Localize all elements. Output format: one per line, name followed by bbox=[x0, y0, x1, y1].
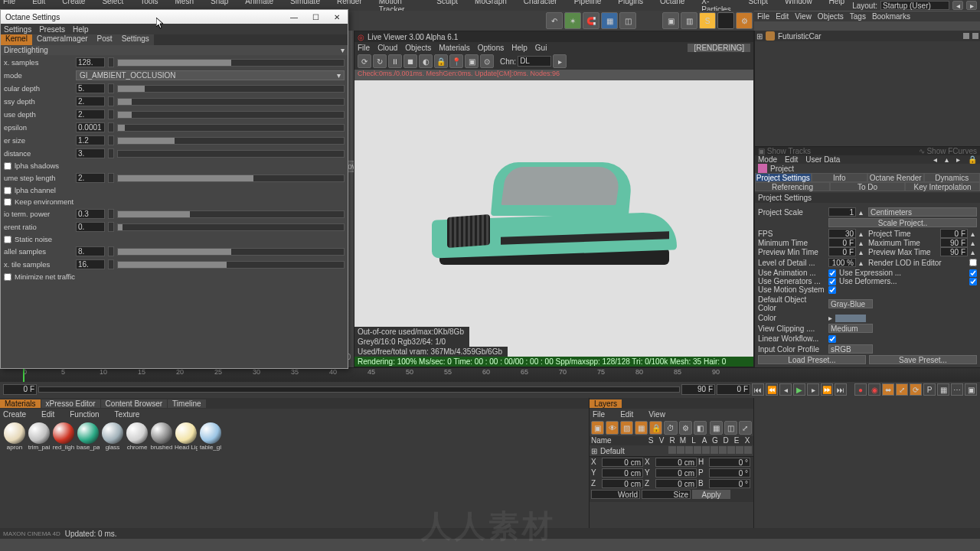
materials-menu-item[interactable]: Texture bbox=[115, 410, 140, 419]
layers-menu-item[interactable]: File bbox=[593, 410, 605, 419]
param-slider[interactable] bbox=[117, 150, 345, 158]
key-scale-icon[interactable]: ⤢ bbox=[896, 383, 908, 396]
color-expand-icon[interactable]: ▸ bbox=[828, 314, 832, 322]
lv-menu-item[interactable]: Gui bbox=[535, 44, 547, 52]
dock-tab[interactable]: Timeline bbox=[168, 399, 205, 408]
checkbox[interactable] bbox=[4, 273, 11, 281]
objmgr-menu-item[interactable]: File bbox=[757, 12, 769, 21]
timeline-start-field[interactable]: 0 F bbox=[3, 384, 37, 395]
param-field[interactable]: 0. bbox=[76, 222, 105, 232]
layer-grid2-icon[interactable]: ◫ bbox=[724, 421, 737, 435]
materials-menu-item[interactable]: Function bbox=[70, 410, 99, 419]
layer-render-icon[interactable]: ▨ bbox=[620, 421, 633, 435]
layer-flag-toggle[interactable] bbox=[702, 446, 710, 454]
lv-lock-icon[interactable]: 🔒 bbox=[434, 54, 448, 68]
attr-tab[interactable]: Dynamics bbox=[924, 173, 981, 182]
attr-menu-item[interactable]: Mode bbox=[758, 155, 777, 164]
timeline-cur-field[interactable]: 0 F bbox=[717, 384, 750, 395]
octane-menu-item[interactable]: Presets bbox=[39, 25, 65, 34]
param-field[interactable]: 1.2 bbox=[76, 135, 105, 145]
param-field[interactable]: 8. bbox=[76, 246, 105, 256]
scale-project-button[interactable]: Scale Project.. bbox=[828, 218, 977, 227]
kernel-tab[interactable]: Settings bbox=[117, 34, 154, 45]
layer-flag-toggle[interactable] bbox=[677, 446, 684, 454]
workplane-icon[interactable]: ◫ bbox=[619, 12, 636, 29]
param-slider[interactable] bbox=[117, 59, 345, 67]
attr-field[interactable]: 0 F bbox=[828, 238, 856, 247]
attr-tab[interactable]: Project Settings bbox=[755, 173, 812, 182]
obj-color-dropdown[interactable]: Gray-Blue bbox=[828, 299, 873, 308]
param-field[interactable]: 0.3 bbox=[76, 209, 105, 219]
render-output[interactable]: Out-of-core used/max:0Kb/8Gb Grey8/16:0 … bbox=[354, 80, 753, 367]
dock-tab[interactable]: Materials bbox=[0, 399, 41, 408]
coord-apply-button[interactable]: Apply bbox=[692, 490, 730, 499]
lv-focus-icon[interactable]: ⊙ bbox=[480, 54, 494, 68]
expand-icon[interactable]: ⊞ bbox=[756, 32, 763, 41]
material-item[interactable]: table_gl bbox=[199, 422, 222, 451]
close-icon[interactable]: ✕ bbox=[331, 13, 343, 21]
render-view-icon[interactable]: ▣ bbox=[662, 12, 679, 29]
layer-flag-toggle[interactable] bbox=[727, 446, 735, 454]
material-item[interactable]: chrome bbox=[126, 422, 149, 451]
param-slider[interactable] bbox=[117, 111, 345, 119]
attr-check[interactable] bbox=[969, 278, 977, 285]
prev-key-icon[interactable]: ⏪ bbox=[766, 383, 778, 396]
attr-nav3-icon[interactable]: ▸ bbox=[956, 155, 960, 164]
attr-check[interactable] bbox=[969, 269, 977, 277]
attr-field[interactable]: 0 F bbox=[828, 247, 856, 256]
play-icon[interactable]: ▶ bbox=[793, 383, 805, 396]
expand-icon[interactable]: ⊞ bbox=[591, 447, 597, 455]
attr-field[interactable]: 0 F bbox=[940, 229, 968, 238]
timeline-end-field[interactable]: 90 F bbox=[681, 384, 715, 395]
checkbox[interactable] bbox=[4, 236, 11, 243]
dock-tab[interactable]: xPresso Editor bbox=[41, 399, 100, 408]
timeline[interactable]: 051015202530354045505560657075808590 0 F… bbox=[0, 367, 980, 398]
layer-flag-toggle[interactable] bbox=[694, 446, 701, 454]
attr-menu-item[interactable]: User Data bbox=[805, 155, 840, 164]
param-slider[interactable] bbox=[117, 85, 345, 93]
material-item[interactable]: red_ligh bbox=[52, 422, 75, 451]
magnet-icon[interactable]: 🧲 bbox=[583, 12, 599, 29]
layer-gen-icon[interactable]: ⚙ bbox=[679, 421, 692, 435]
layer-grid1-icon[interactable]: ▦ bbox=[710, 421, 723, 435]
autokey-icon[interactable]: ◉ bbox=[868, 383, 880, 396]
param-field[interactable]: 128. bbox=[76, 57, 105, 67]
coord-field[interactable]: 0 cm bbox=[602, 479, 643, 488]
param-field[interactable]: 0.0001 bbox=[76, 122, 105, 132]
spinner-icon[interactable] bbox=[108, 222, 114, 232]
param-slider[interactable] bbox=[117, 261, 345, 269]
layers-menu-item[interactable]: Edit bbox=[620, 410, 633, 419]
octane-blank-icon[interactable] bbox=[717, 12, 734, 29]
layer-mgr-icon[interactable]: ▦ bbox=[635, 421, 648, 435]
load-preset-button[interactable]: Load Preset... bbox=[758, 355, 866, 364]
param-slider[interactable] bbox=[117, 98, 345, 106]
window-titlebar[interactable]: Octane Settings — ☐ ✕ bbox=[1, 10, 348, 24]
goto-start-icon[interactable]: ⏮ bbox=[752, 383, 764, 396]
lod-field[interactable]: 100 % bbox=[828, 258, 856, 267]
material-item[interactable]: apron bbox=[3, 422, 26, 451]
spinner-icon[interactable] bbox=[108, 83, 114, 93]
attr-tab[interactable]: To Do bbox=[830, 182, 905, 191]
layout-next-icon[interactable]: ▸ bbox=[966, 1, 977, 10]
spinner-icon[interactable] bbox=[108, 246, 114, 256]
record-icon[interactable]: ● bbox=[854, 383, 867, 396]
lv-menu-item[interactable]: Materials bbox=[439, 44, 470, 52]
minimize-net-traffic-check[interactable]: Minimize net traffic bbox=[4, 272, 345, 282]
object-tree-root[interactable]: ⊞ FuturisticCar bbox=[755, 31, 980, 41]
param-field[interactable]: 2. bbox=[76, 109, 105, 119]
channel-go-icon[interactable]: ▸ bbox=[553, 54, 567, 68]
param-slider[interactable] bbox=[117, 174, 345, 182]
key-pos-icon[interactable]: ⬌ bbox=[882, 383, 894, 396]
layout-dropdown[interactable]: Startup (User) bbox=[880, 1, 949, 10]
spinner-icon[interactable] bbox=[108, 148, 114, 158]
coord-field[interactable]: 0 cm bbox=[655, 468, 697, 478]
param-slider[interactable] bbox=[117, 223, 345, 231]
attr-field[interactable]: 90 F bbox=[940, 238, 968, 247]
section-collapse-icon[interactable]: ▾ bbox=[341, 46, 345, 54]
attr-lock-icon[interactable]: 🔒 bbox=[968, 155, 977, 164]
checkbox[interactable] bbox=[4, 198, 11, 206]
static-noise-check[interactable]: Static noise bbox=[4, 234, 345, 244]
objmgr-menu-item[interactable]: Objects bbox=[818, 12, 844, 21]
layer-flag-toggle[interactable] bbox=[710, 446, 718, 454]
lv-pause-icon[interactable]: ⏸ bbox=[388, 54, 402, 68]
